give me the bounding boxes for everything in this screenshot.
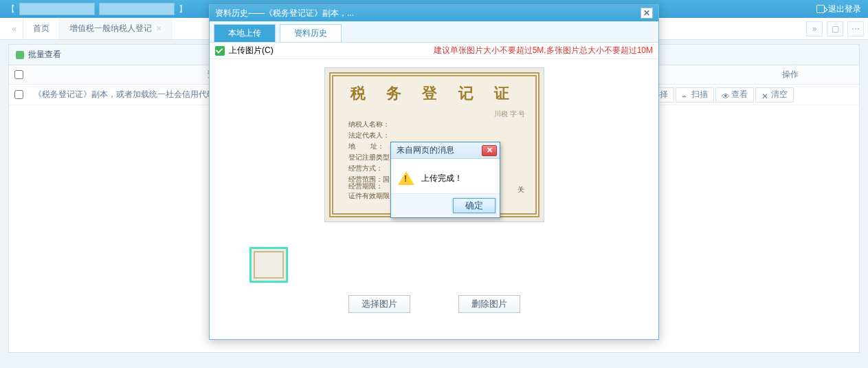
alert-ok-button[interactable]: 确定 [453,198,496,213]
certificate-fields: 纳税人名称： 法定代表人： 地 址： 登记注册类型： 经营方式： 经营范围：国 [348,119,397,185]
upload-label[interactable]: 上传图片(C) [229,45,274,56]
modal-titlebar: 资料历史——《税务登记证》副本，... ✕ [210,5,658,21]
select-image-button[interactable]: 选择图片 [348,295,410,313]
certificate-bottom: 经营期限： 证件有效期限： [348,182,397,201]
upload-check-wrap: 上传图片(C) [215,45,274,56]
tab-local-upload[interactable]: 本地上传 [214,24,276,42]
thumbnail-strip [249,247,288,283]
certificate-number: 川税 字 号 [494,109,526,119]
alert-title: 来自网页的消息 [397,144,454,156]
thumbnail-image [254,251,284,279]
certificate-extra: 关 [518,185,524,195]
upload-warning: 建议单张图片大小不要超过5M,多张图片总大小不要超过10M [434,45,653,56]
certificate-title: 税 务 登 记 证 [333,83,535,104]
modal-footer: 选择图片 删除图片 [348,283,520,329]
modal-close-button[interactable]: ✕ [641,8,653,19]
alert-body: 上传完成！ [391,159,500,193]
alert-dialog: 来自网页的消息 ✕ 上传完成！ 确定 [390,142,500,218]
tab-material-history[interactable]: 资料历史 [280,24,342,42]
thumbnail[interactable] [249,247,288,283]
alert-titlebar: 来自网页的消息 ✕ [391,142,500,159]
modal-title-text: 资料历史——《税务登记证》副本，... [215,8,354,19]
warning-icon [398,171,414,185]
modal-tabs: 本地上传 资料历史 [210,21,658,43]
check-icon [215,46,225,56]
delete-image-button[interactable]: 删除图片 [458,295,520,313]
alert-footer: 确定 [391,193,500,217]
upload-bar: 上传图片(C) 建议单张图片大小不要超过5M,多张图片总大小不要超过10M [210,43,658,59]
alert-close-button[interactable]: ✕ [482,145,497,156]
alert-message: 上传完成！ [421,173,463,184]
